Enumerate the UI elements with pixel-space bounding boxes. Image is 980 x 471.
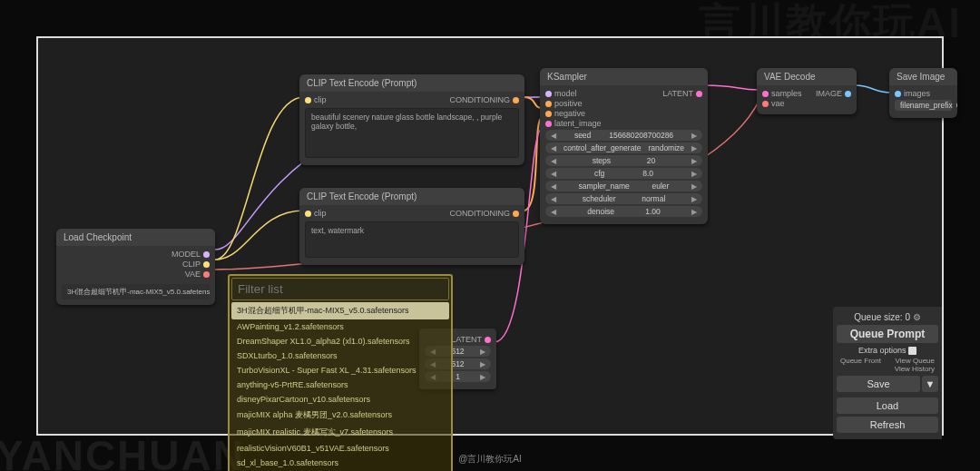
- view-queue-link[interactable]: View Queue: [896, 357, 935, 365]
- port-dot-model[interactable]: [203, 251, 210, 258]
- load-button[interactable]: Load: [837, 397, 938, 414]
- footer-watermark: @言川教你玩AI: [0, 453, 980, 466]
- port-model: MODEL: [172, 250, 201, 259]
- port-dot-cond[interactable]: [513, 211, 519, 217]
- port-dot-vae-in[interactable]: [762, 101, 769, 107]
- port-vae-label: vae: [771, 99, 785, 108]
- port-dot-clip[interactable]: [203, 261, 210, 268]
- prompt-textarea[interactable]: text, watermark: [305, 221, 519, 258]
- node-save-image[interactable]: Save Image images filename_prefixC: [889, 68, 957, 118]
- port-latent-out: LATENT: [662, 89, 693, 98]
- checkpoint-select[interactable]: 3H混合超细节机甲-mac-MIX5_v5.0.safetensors: [62, 284, 210, 299]
- refresh-button[interactable]: Refresh: [837, 417, 938, 433]
- queue-prompt-button[interactable]: Queue Prompt: [837, 325, 938, 343]
- queue-front-link[interactable]: Queue Front: [840, 357, 881, 365]
- port-model-label: model: [554, 89, 577, 98]
- port-images-label: images: [904, 89, 930, 98]
- node-title: Save Image: [889, 68, 957, 85]
- port-dot-positive[interactable]: [545, 101, 552, 107]
- dropdown-item[interactable]: majicMIX realistic 麦橘写实_v7.safetensors: [231, 424, 449, 441]
- port-negative-label: negative: [554, 109, 585, 118]
- seed-widget[interactable]: ◀seed156680208700286▶: [545, 130, 702, 141]
- dropdown-item[interactable]: SDXLturbo_1.0.safetensors: [231, 348, 449, 363]
- dropdown-filter-input[interactable]: [231, 278, 449, 300]
- gear-icon[interactable]: ⚙: [913, 312, 921, 322]
- canvas-viewport[interactable]: Load Checkpoint MODEL CLIP VAE 3H混合超细节机甲…: [36, 36, 944, 436]
- denoise-widget[interactable]: ◀denoise1.00▶: [545, 206, 702, 217]
- checkpoint-dropdown[interactable]: 3H混合超细节机甲-mac-MIX5_v5.0.safetensors AWPa…: [228, 274, 453, 471]
- port-dot-latent[interactable]: [485, 337, 491, 343]
- port-dot-image[interactable]: [845, 91, 851, 97]
- node-clip-text-encode-positive[interactable]: CLIP Text Encode (Prompt) clip CONDITION…: [299, 74, 524, 165]
- extra-options-checkbox[interactable]: Extra options: [837, 346, 938, 355]
- node-title: CLIP Text Encode (Prompt): [299, 74, 524, 92]
- control-panel: Queue size: 0 ⚙ Queue Prompt Extra optio…: [833, 307, 942, 439]
- port-dot-cond[interactable]: [513, 97, 519, 103]
- node-load-checkpoint[interactable]: Load Checkpoint MODEL CLIP VAE 3H混合超细节机甲…: [56, 229, 215, 305]
- dropdown-item[interactable]: anything-v5-PrtRE.safetensors: [231, 378, 449, 392]
- port-clip: CLIP: [182, 260, 201, 269]
- port-clip-label: clip: [314, 95, 327, 104]
- port-dot-clip-in[interactable]: [305, 211, 311, 217]
- port-dot-clip-in[interactable]: [305, 97, 311, 103]
- port-dot-latent-out[interactable]: [696, 91, 702, 97]
- port-conditioning: CONDITIONING: [450, 95, 511, 104]
- node-ksampler[interactable]: KSampler modelLATENT positive negative l…: [540, 68, 708, 224]
- node-title: KSampler: [540, 68, 708, 85]
- dropdown-item[interactable]: DreamShaper XL1.0_alpha2 (xl1.0).safeten…: [231, 334, 449, 348]
- port-latent: LATENT: [451, 335, 482, 344]
- prompt-textarea[interactable]: beautiful scenery nature glass bottle la…: [305, 108, 519, 158]
- port-positive-label: positive: [554, 99, 583, 108]
- steps-widget[interactable]: ◀steps20▶: [545, 155, 702, 166]
- dropdown-item[interactable]: disneyPixarCartoon_v10.safetensors: [231, 392, 449, 407]
- port-dot-vae[interactable]: [203, 271, 210, 278]
- port-samples-label: samples: [771, 89, 802, 98]
- node-clip-text-encode-negative[interactable]: CLIP Text Encode (Prompt) clip CONDITION…: [299, 188, 524, 265]
- port-conditioning: CONDITIONING: [450, 209, 511, 218]
- port-image-out: IMAGE: [816, 89, 842, 98]
- node-title: VAE Decode: [757, 68, 857, 85]
- dropdown-item[interactable]: AWPainting_v1.2.safetensors: [231, 319, 449, 334]
- port-dot-latent-in[interactable]: [545, 121, 552, 127]
- port-latent-label: latent_image: [554, 119, 602, 128]
- sampler-widget[interactable]: ◀sampler_nameeuler▶: [545, 181, 702, 191]
- port-dot-images[interactable]: [895, 91, 901, 97]
- port-dot-negative[interactable]: [545, 111, 552, 117]
- dropdown-item-selected[interactable]: 3H混合超细节机甲-mac-MIX5_v5.0.safetensors: [231, 302, 449, 319]
- node-title: CLIP Text Encode (Prompt): [299, 188, 524, 205]
- port-clip-label: clip: [314, 209, 327, 218]
- scheduler-widget[interactable]: ◀schedulernormal▶: [545, 193, 702, 204]
- dropdown-item[interactable]: TurboVisionXL - Super Fast XL _4.31.safe…: [231, 363, 449, 378]
- port-dot-model-in[interactable]: [545, 91, 552, 97]
- node-vae-decode[interactable]: VAE Decode samplesIMAGE vae: [757, 68, 857, 114]
- view-history-link[interactable]: View History: [895, 365, 935, 373]
- queue-size-line: Queue size: 0 ⚙: [837, 312, 938, 322]
- node-title: Load Checkpoint: [56, 229, 215, 246]
- control-widget[interactable]: ◀control_after_generaterandomize▶: [545, 142, 702, 153]
- port-dot-samples[interactable]: [762, 91, 769, 97]
- filename-prefix-widget[interactable]: filename_prefixC: [895, 100, 952, 111]
- cfg-widget[interactable]: ◀cfg8.0▶: [545, 168, 702, 179]
- port-vae: VAE: [185, 270, 201, 279]
- dropdown-item[interactable]: majicMIX alpha 麦橘男团_v2.0.safetensors: [231, 407, 449, 424]
- save-menu-button[interactable]: ▼: [922, 376, 938, 392]
- save-button[interactable]: Save: [837, 376, 920, 392]
